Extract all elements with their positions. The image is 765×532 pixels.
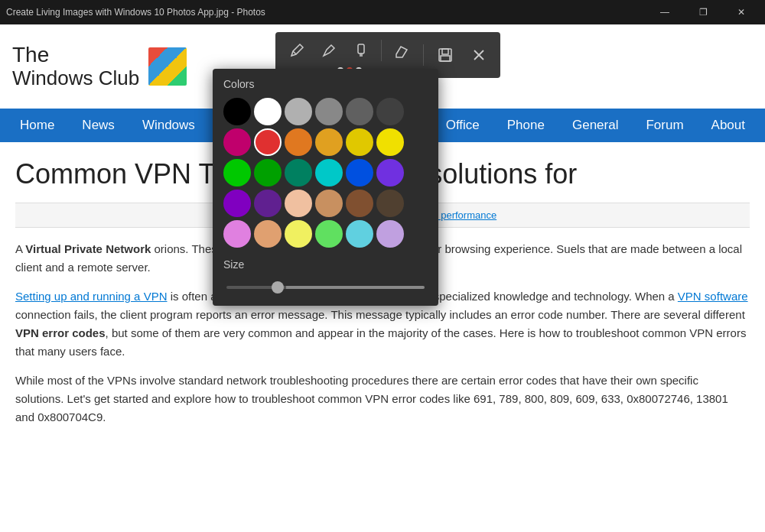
title-bar: Create Living Images with Windows 10 Pho…	[0, 0, 765, 24]
color-swatch[interactable]	[223, 128, 251, 156]
color-swatch[interactable]	[346, 220, 373, 248]
color-swatch[interactable]	[254, 159, 282, 187]
site-logo-icon	[148, 47, 187, 86]
color-swatch[interactable]	[376, 98, 404, 125]
logo-text: The Windows Club	[12, 43, 139, 90]
color-swatch[interactable]	[346, 190, 373, 217]
nav-office[interactable]: Office	[432, 109, 493, 142]
eraser-tool-button[interactable]	[388, 37, 415, 64]
color-swatch[interactable]	[223, 98, 251, 125]
titlebar-title: Create Living Images with Windows 10 Pho…	[6, 7, 265, 18]
vpn-software-link[interactable]: VPN software	[678, 290, 748, 303]
color-swatch[interactable]	[346, 159, 373, 187]
colors-label: Colors	[223, 78, 428, 90]
svg-rect-3	[441, 56, 450, 61]
nav-home[interactable]: Home	[6, 109, 68, 142]
toolbar-close-button[interactable]	[465, 41, 493, 69]
color-swatch[interactable]	[223, 159, 251, 187]
color-swatch[interactable]	[315, 159, 343, 187]
color-swatch[interactable]	[285, 128, 312, 156]
svg-rect-2	[442, 49, 448, 54]
color-swatch[interactable]	[254, 220, 282, 248]
colors-popup: Colors Size	[213, 69, 438, 306]
setting-up-vpn-link[interactable]: Setting up and running a VPN	[15, 290, 167, 303]
pen-tool-button[interactable]	[283, 37, 311, 64]
color-swatch[interactable]	[285, 98, 312, 125]
maximize-button[interactable]: ❐	[685, 0, 721, 24]
toolbar-separator-1	[381, 40, 382, 61]
close-button[interactable]: ✕	[724, 0, 759, 24]
article-paragraph-3: While most of the VPNs involve standard …	[15, 371, 750, 427]
size-slider-container	[223, 278, 428, 292]
nav-windows[interactable]: Windows	[129, 109, 209, 142]
color-swatch[interactable]	[376, 190, 404, 217]
color-swatch[interactable]	[285, 220, 312, 248]
nav-about[interactable]: About	[698, 109, 759, 142]
color-swatch[interactable]	[223, 190, 251, 217]
save-to-collection-button[interactable]	[431, 41, 459, 69]
color-swatch[interactable]	[254, 128, 282, 156]
color-swatch[interactable]	[223, 220, 251, 248]
size-slider[interactable]	[226, 286, 425, 289]
nav-phone[interactable]: Phone	[493, 109, 558, 142]
calligraphy-tool-button[interactable]	[315, 37, 343, 64]
color-swatch[interactable]	[376, 159, 404, 187]
svg-rect-0	[358, 44, 364, 54]
color-swatch[interactable]	[346, 98, 373, 125]
nav-news[interactable]: News	[68, 109, 129, 142]
color-swatch[interactable]	[315, 128, 343, 156]
nav-general[interactable]: General	[558, 109, 632, 142]
color-swatch[interactable]	[285, 159, 312, 187]
size-label: Size	[223, 258, 428, 271]
color-swatch[interactable]	[346, 128, 373, 156]
color-swatch[interactable]	[254, 98, 282, 125]
color-swatch[interactable]	[315, 220, 343, 248]
toolbar-separator-2	[423, 44, 424, 66]
color-grid	[223, 98, 428, 248]
nav-forum[interactable]: Forum	[632, 109, 697, 142]
color-swatch[interactable]	[285, 190, 312, 217]
logo-area: The Windows Club	[12, 43, 187, 90]
highlighter-tool-button[interactable]	[347, 37, 375, 64]
color-swatch[interactable]	[376, 128, 404, 156]
color-swatch[interactable]	[315, 190, 343, 217]
color-swatch[interactable]	[376, 220, 404, 248]
color-swatch[interactable]	[315, 98, 343, 125]
window-controls: — ❐ ✕	[647, 0, 759, 24]
color-swatch[interactable]	[254, 190, 282, 217]
minimize-button[interactable]: —	[647, 0, 682, 24]
